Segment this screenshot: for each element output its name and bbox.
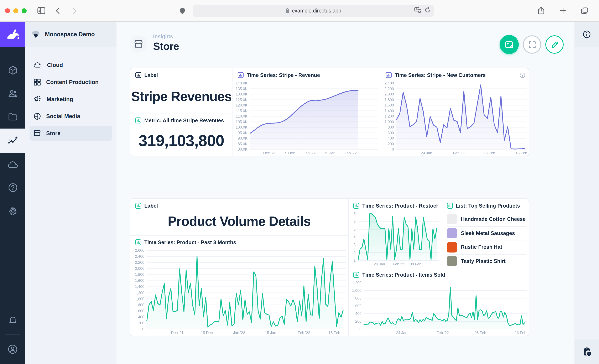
svg-text:1,800: 1,800 [135,273,144,277]
svg-text:24 Jan: 24 Jan [374,262,385,266]
panel-group-product: Label Product Volume Details Time Series… [130,198,529,336]
product-name: Rustic Fresh Hat [461,244,502,250]
privacy-shield-icon[interactable] [176,5,188,16]
svg-text:Jan '22: Jan '22 [233,331,245,335]
panel-type-icon [353,203,359,209]
panel-type-icon [135,203,141,209]
svg-text:1,800: 1,800 [385,98,394,102]
tab-overview-icon[interactable] [578,5,591,16]
svg-text:1,600: 1,600 [385,103,394,107]
nav-item-social-media[interactable]: Social Media [29,109,112,124]
activity-log-button[interactable] [574,339,599,364]
share-icon[interactable] [535,5,547,16]
svg-text:200: 200 [138,321,144,325]
minimize-window-button[interactable] [13,8,18,13]
edit-dashboard-button[interactable] [545,35,564,54]
panel-product-items-sold[interactable]: Time Series: Product - Items Sold 1,2001… [348,268,529,337]
panel-stripe-new-customers[interactable]: Time Series: Stripe - New Customers 2,40… [381,68,529,157]
layout-options-button[interactable] [500,35,519,54]
svg-text:Feb '22: Feb '22 [393,262,405,266]
items-sold-chart: 1,2001,000800600400200024 JanFeb '2208 F… [350,280,528,335]
svg-text:08 Feb: 08 Feb [475,331,486,335]
module-content-icon[interactable] [0,59,25,82]
svg-text:800: 800 [388,125,394,129]
module-settings-icon[interactable] [0,199,25,222]
svg-text:140.0K: 140.0K [236,81,247,85]
directus-logo[interactable] [0,22,25,47]
panel-top-selling-products[interactable]: List: Top Selling Products Handmade Cott… [442,199,529,268]
module-users-icon[interactable] [0,82,25,105]
svg-text:Feb '22: Feb '22 [453,151,465,155]
user-avatar-icon[interactable] [0,337,25,361]
pie-chart-icon [34,113,41,120]
nav-item-store[interactable]: Store [29,126,112,141]
svg-text:1,200: 1,200 [352,281,361,285]
close-window-button[interactable] [5,8,10,13]
project-status-icon [31,30,40,38]
panel-title: Metric: All-time Stripe Revenues [144,117,224,123]
list-item[interactable]: Rustic Fresh Hat [447,240,526,254]
navigation-sidebar: Monospace Demo Cloud Content Production … [25,22,116,364]
nav-item-marketing[interactable]: Marketing [29,91,112,107]
list-item[interactable]: Sleek Metal Sausages [447,226,526,240]
info-icon[interactable] [520,72,525,78]
right-sidebar [574,22,599,364]
product-thumbnail [447,242,457,252]
notifications-bell-icon[interactable] [0,309,25,332]
svg-text:1,000: 1,000 [385,120,394,124]
svg-text:15 Jan: 15 Jan [324,151,335,155]
svg-text:文: 文 [418,9,421,13]
nav-item-content-production[interactable]: Content Production [29,74,112,89]
info-sidebar-button[interactable] [574,22,599,47]
address-bar[interactable]: example.directus.app A文 [193,4,434,17]
new-tab-icon[interactable] [556,5,569,16]
svg-text:15 Feb: 15 Feb [329,331,340,335]
svg-text:4: 4 [353,235,356,239]
app-frame: Monospace Demo Cloud Content Production … [0,22,599,364]
sidebar-toggle-icon[interactable] [35,5,47,16]
panel-stripe-revenue[interactable]: Time Series: Stripe - Revenue 140.0K135.… [233,68,381,157]
svg-text:600: 600 [388,131,394,135]
product-name: Tasty Plastic Shirt [461,258,506,264]
panel-metric-revenues[interactable]: Metric: All-time Stripe Revenues 319,103… [130,114,233,157]
panel-title: Time Series: Stripe - New Customers [395,72,486,78]
panel-label-product[interactable]: Label Product Volume Details [130,199,348,235]
svg-text:110.0K: 110.0K [236,114,247,118]
panel-group-stripe: Label Stripe Revenues Metric: All-time S… [130,68,529,156]
svg-text:600: 600 [138,309,144,313]
zoom-window-button[interactable] [22,8,27,13]
megaphone-icon [34,96,41,102]
panel-product-past-3-months[interactable]: Time Series: Product - Past 3 Months 2,6… [130,235,348,337]
svg-text:100.0K: 100.0K [236,125,247,129]
fullscreen-button[interactable] [523,35,541,54]
module-insights-icon[interactable] [0,129,25,153]
list-item[interactable]: Handmade Cotton Cheese [447,212,526,226]
svg-text:5: 5 [353,219,356,224]
module-cloud-icon[interactable] [0,153,25,176]
svg-text:24 Jan: 24 Jan [421,151,432,155]
panel-label-stripe[interactable]: Label Stripe Revenues [130,68,233,114]
svg-text:125.0K: 125.0K [236,98,247,102]
back-button[interactable] [52,5,64,16]
svg-text:Feb '22: Feb '22 [298,331,310,335]
nav-item-cloud[interactable]: Cloud [29,57,112,72]
svg-text:1,600: 1,600 [135,278,144,283]
svg-text:16 Feb: 16 Feb [515,331,526,335]
panel-title: Time Series: Product - Restocks [362,203,438,209]
svg-text:3: 3 [353,243,356,247]
storefront-icon [34,130,41,136]
module-help-icon[interactable] [0,176,25,199]
list-item[interactable]: Tasty Plastic Shirt [447,254,526,268]
product-name: Sleek Metal Sausages [461,231,515,236]
svg-text:800: 800 [355,296,361,300]
reload-icon[interactable] [425,7,431,14]
translate-icon[interactable]: A文 [414,7,421,14]
svg-text:1,400: 1,400 [385,109,394,113]
url-area: example.directus.app A文 [85,4,525,17]
module-files-icon[interactable] [0,105,25,129]
breadcrumb[interactable]: Insights [153,34,173,40]
project-switcher[interactable]: Monospace Demo [25,22,116,47]
new-customers-chart: 2,4002,2002,0001,8001,6001,4001,2001,000… [382,81,528,156]
panel-product-restocks[interactable]: Time Series: Product - Restocks 65543212… [348,199,442,268]
page-header: Insights Store [116,22,574,62]
